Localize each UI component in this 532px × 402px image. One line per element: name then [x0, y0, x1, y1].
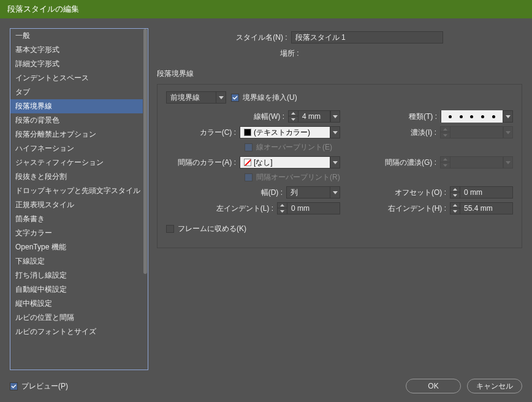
preview-label: プレビュー(P) — [21, 381, 68, 392]
chevron-up-icon[interactable] — [450, 187, 460, 192]
weight-spinner[interactable] — [288, 110, 330, 123]
right-indent-spinner[interactable] — [450, 202, 513, 214]
preview-checkbox[interactable] — [10, 382, 18, 390]
titlebar: 段落スタイルの編集 — [0, 0, 532, 18]
chevron-down-icon — [330, 127, 340, 138]
gap-tint-dropdown-arrow — [503, 156, 513, 169]
chevron-down-icon[interactable] — [450, 192, 460, 198]
sidebar-item-justification[interactable]: ジャスティフィケーション — [10, 156, 148, 170]
sidebar-item-tcy[interactable]: 縦中横設定 — [10, 297, 148, 311]
sidebar-scrollbar[interactable] — [143, 29, 148, 370]
overprint-stroke-label: 線オーバープリント(E) — [256, 142, 332, 153]
tint-label: 濃淡(I) : — [411, 127, 440, 138]
sidebar[interactable]: 一般 基本文字形式 詳細文字形式 インデントとスペース タブ 段落境界線 段落の… — [10, 28, 148, 370]
right-indent-label: 右インデント(H) : — [388, 203, 450, 214]
sidebar-item-opentype[interactable]: OpenType 機能 — [10, 240, 148, 254]
right-indent-field[interactable] — [460, 202, 513, 214]
dialog-window: 段落スタイルの編集 一般 基本文字形式 詳細文字形式 インデントとスペース タブ… — [0, 0, 532, 402]
section-title: 段落境界線 — [157, 69, 522, 79]
chevron-up-icon[interactable] — [289, 111, 298, 116]
offset-spinner[interactable] — [450, 186, 513, 199]
sidebar-item-paragraph-rules[interactable]: 段落境界線 — [10, 99, 148, 113]
sidebar-item-general[interactable]: 一般 — [10, 29, 148, 43]
weight-field[interactable] — [298, 110, 330, 123]
sidebar-item-auto-tcy[interactable]: 自動縦中横設定 — [10, 283, 148, 297]
chevron-down-icon[interactable] — [289, 116, 298, 122]
width-label: 幅(D) : — [213, 188, 286, 198]
chevron-up-icon — [441, 157, 450, 162]
cancel-button[interactable]: キャンセル — [467, 379, 522, 393]
overprint-stroke-checkbox — [245, 143, 253, 151]
weight-label: 線幅(W) : — [215, 112, 288, 122]
sidebar-item-grep-style[interactable]: 正規表現スタイル — [10, 198, 148, 212]
offset-field[interactable] — [460, 186, 513, 199]
sidebar-item-indent-space[interactable]: インデントとスペース — [10, 71, 148, 85]
sidebar-item-char-color[interactable]: 文字カラー — [10, 226, 148, 240]
chevron-down-icon — [503, 111, 512, 122]
sidebar-item-advanced-char[interactable]: 詳細文字形式 — [10, 57, 148, 71]
gap-tint-spinner — [440, 156, 503, 169]
keep-in-frame-checkbox[interactable] — [166, 225, 174, 233]
sidebar-item-tab[interactable]: タブ — [10, 85, 148, 99]
sidebar-item-basic-char[interactable]: 基本文字形式 — [10, 43, 148, 57]
sidebar-item-ruby-font[interactable]: ルビのフォントとサイズ — [10, 325, 148, 339]
ok-button[interactable]: OK — [406, 379, 461, 393]
style-name-label: スタイル名(N) : — [236, 32, 291, 43]
chevron-down-icon[interactable] — [278, 208, 287, 214]
color-label: カラー(C) : — [166, 127, 240, 138]
gap-tint-label: 間隔の濃淡(G) : — [385, 157, 440, 168]
width-dropdown[interactable]: 列 — [286, 186, 340, 199]
sidebar-item-span-split[interactable]: 段抜きと段分割 — [10, 170, 148, 184]
sidebar-item-bullets[interactable]: 箇条書き — [10, 212, 148, 226]
left-indent-label: 左インデント(L) : — [203, 203, 277, 214]
swatch-none-icon — [244, 159, 251, 166]
style-name-input[interactable] — [291, 31, 443, 44]
overprint-gap-label: 間隔オーバープリント(R) — [256, 172, 340, 183]
left-indent-spinner[interactable] — [277, 202, 340, 214]
tint-spinner — [440, 126, 503, 138]
gap-color-label: 間隔のカラー(A) : — [166, 157, 240, 168]
sidebar-item-ruby-position[interactable]: ルビの位置と間隔 — [10, 311, 148, 325]
keep-in-frame-label: フレームに収める(K) — [178, 224, 246, 234]
dialog-title: 段落スタイルの編集 — [7, 4, 79, 13]
chevron-up-icon[interactable] — [278, 203, 287, 208]
offset-label: オフセット(O) : — [395, 188, 450, 198]
chevron-down-icon — [441, 162, 450, 168]
sidebar-item-paragraph-bg[interactable]: 段落の背景色 — [10, 113, 148, 127]
chevron-down-icon — [216, 92, 226, 103]
chevron-down-icon — [330, 187, 340, 198]
sidebar-item-underline[interactable]: 下線設定 — [10, 254, 148, 268]
sidebar-item-dropcap[interactable]: ドロップキャップと先頭文字スタイル — [10, 184, 148, 198]
type-label: 種類(T) : — [409, 112, 441, 122]
stroke-type-dropdown[interactable] — [441, 110, 513, 123]
tint-dropdown-arrow — [503, 126, 513, 138]
scrollbar-thumb[interactable] — [143, 29, 147, 274]
chevron-up-icon[interactable] — [450, 203, 460, 208]
swatch-black-icon — [244, 129, 251, 136]
color-dropdown[interactable]: (テキストカラー) — [240, 126, 340, 138]
rules-panel: 前境界線 境界線を挿入(U) 線幅(W) : — [157, 84, 522, 248]
rule-position-dropdown[interactable]: 前境界線 — [166, 91, 226, 104]
overprint-gap-checkbox — [245, 173, 253, 181]
sidebar-item-hyphenation[interactable]: ハイフネーション — [10, 142, 148, 156]
chevron-down-icon — [330, 157, 340, 168]
rule-on-checkbox[interactable] — [231, 94, 239, 102]
chevron-down-icon[interactable] — [450, 208, 460, 214]
left-indent-field[interactable] — [287, 202, 340, 214]
location-label: 場所 : — [225, 48, 303, 59]
chevron-down-icon — [441, 132, 450, 138]
sidebar-item-strikethrough[interactable]: 打ち消し線設定 — [10, 268, 148, 283]
chevron-up-icon — [441, 127, 450, 132]
sidebar-item-keep-options[interactable]: 段落分離禁止オプション — [10, 127, 148, 142]
rule-on-label: 境界線を挿入(U) — [243, 93, 297, 103]
weight-dropdown-arrow[interactable] — [330, 110, 340, 123]
gap-color-dropdown[interactable]: [なし] — [240, 156, 340, 169]
tint-field — [450, 126, 503, 138]
stroke-dotted-icon — [441, 110, 503, 123]
gap-tint-field — [450, 156, 503, 169]
